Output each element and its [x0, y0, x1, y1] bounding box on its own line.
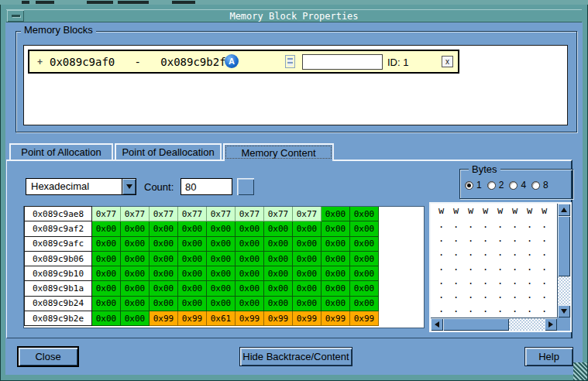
- memory-value-cell[interactable]: 0x00: [264, 266, 293, 281]
- memory-value-cell[interactable]: 0x00: [121, 297, 150, 311]
- address-cell[interactable]: 0x089c9ae8: [24, 206, 92, 221]
- address-cell[interactable]: 0x089c9b10: [24, 266, 92, 281]
- tab-memory-content[interactable]: Memory Content: [223, 143, 334, 161]
- memory-value-cell[interactable]: 0x00: [236, 297, 264, 311]
- block-label-input[interactable]: [302, 54, 383, 70]
- backtrace-icon[interactable]: [285, 55, 295, 68]
- ascii-content[interactable]: wwwwwwww................................…: [431, 204, 557, 318]
- bytes-radio-2[interactable]: 2: [487, 180, 504, 190]
- memory-value-cell[interactable]: 0x00: [293, 221, 322, 236]
- format-select[interactable]: Hexadecimal: [26, 178, 136, 195]
- memory-value-cell[interactable]: 0x00: [178, 237, 207, 252]
- remove-block-button[interactable]: x: [442, 56, 453, 67]
- memory-value-cell[interactable]: 0x00: [150, 281, 178, 296]
- memory-table-row[interactable]: 0x089c9af20x000x000x000x000x000x000x000x…: [24, 221, 424, 236]
- resize-grip[interactable]: [573, 362, 587, 380]
- memory-value-cell[interactable]: 0x00: [293, 237, 322, 252]
- memory-value-cell[interactable]: 0x61: [207, 311, 236, 326]
- memory-table[interactable]: 0x089c9ae80x770x770x770x770x770x770x770x…: [23, 206, 425, 328]
- memory-value-cell[interactable]: 0x00: [293, 281, 322, 296]
- memory-value-cell[interactable]: 0x99: [150, 311, 178, 326]
- format-select-arrow-button[interactable]: [122, 179, 136, 194]
- memory-value-cell[interactable]: 0x00: [322, 237, 350, 252]
- memory-value-cell[interactable]: 0x00: [322, 207, 350, 221]
- address-cell[interactable]: 0x089c9afc: [24, 236, 92, 252]
- memory-value-cell[interactable]: 0x00: [236, 221, 264, 236]
- memory-value-cell[interactable]: 0x00: [293, 252, 322, 266]
- memory-value-cell[interactable]: 0x00: [92, 252, 121, 266]
- memory-value-cell[interactable]: 0x77: [207, 207, 236, 221]
- horizontal-scrollbar-track[interactable]: [509, 318, 545, 331]
- memory-value-cell[interactable]: 0x00: [350, 207, 379, 221]
- memory-value-cell[interactable]: 0x00: [350, 297, 379, 311]
- address-cell[interactable]: 0x089c9af2: [24, 221, 92, 236]
- memory-value-cell[interactable]: 0x00: [350, 266, 379, 281]
- memory-value-cell[interactable]: 0x00: [350, 281, 379, 296]
- memory-value-cell[interactable]: 0x00: [92, 297, 121, 311]
- memory-value-cell[interactable]: 0x77: [150, 207, 178, 221]
- memory-value-cell[interactable]: 0x00: [92, 221, 121, 236]
- memory-value-cell[interactable]: 0x00: [264, 237, 293, 252]
- scroll-right-button[interactable]: [545, 318, 557, 331]
- bytes-radio-8[interactable]: 8: [531, 180, 548, 190]
- address-cell[interactable]: 0x089c9b06: [24, 251, 92, 266]
- memory-value-cell[interactable]: 0x77: [92, 207, 121, 221]
- memory-value-cell[interactable]: 0x00: [264, 281, 293, 296]
- memory-value-cell[interactable]: 0x77: [178, 207, 207, 221]
- memory-value-cell[interactable]: 0x00: [264, 252, 293, 266]
- memory-value-cell[interactable]: 0x99: [293, 311, 322, 326]
- memory-value-cell[interactable]: 0x00: [264, 297, 293, 311]
- scroll-left-button[interactable]: [431, 318, 443, 331]
- memory-value-cell[interactable]: 0x00: [322, 281, 350, 296]
- memory-table-row[interactable]: 0x089c9b060x000x000x000x000x000x000x000x…: [24, 252, 424, 266]
- help-button[interactable]: Help: [524, 347, 573, 366]
- hide-backtrace-content-button[interactable]: Hide Backtrace/Content: [239, 347, 352, 366]
- memory-value-cell[interactable]: 0x00: [178, 252, 207, 266]
- memory-value-cell[interactable]: 0x00: [121, 266, 150, 281]
- memory-value-cell[interactable]: 0x00: [178, 221, 207, 236]
- memory-value-cell[interactable]: 0x00: [150, 237, 178, 252]
- memory-table-row[interactable]: 0x089c9b2e0x000x000x990x990x610x990x990x…: [24, 311, 424, 326]
- tab-point-of-deallocation[interactable]: Point of Deallocation: [115, 143, 222, 160]
- memory-value-cell[interactable]: 0x00: [178, 281, 207, 296]
- memory-value-cell[interactable]: 0x99: [350, 311, 379, 326]
- memory-value-cell[interactable]: 0x00: [207, 266, 236, 281]
- address-cell[interactable]: 0x089c9b1a: [24, 280, 92, 296]
- memory-value-cell[interactable]: 0x00: [350, 237, 379, 252]
- memory-value-cell[interactable]: 0x99: [322, 311, 350, 326]
- memory-table-row[interactable]: 0x089c9b100x000x000x000x000x000x000x000x…: [24, 266, 424, 281]
- memory-table-row[interactable]: 0x089c9b240x000x000x000x000x000x000x000x…: [24, 297, 424, 311]
- memory-value-cell[interactable]: 0x00: [293, 297, 322, 311]
- radio-icon[interactable]: [487, 181, 496, 190]
- expander-icon[interactable]: +: [37, 57, 43, 67]
- memory-value-cell[interactable]: 0x00: [121, 281, 150, 296]
- memory-value-cell[interactable]: 0x00: [207, 281, 236, 296]
- bytes-radio-1[interactable]: 1: [465, 180, 482, 190]
- horizontal-scrollbar-thumb[interactable]: [443, 318, 509, 331]
- memory-value-cell[interactable]: 0x77: [264, 207, 293, 221]
- horizontal-scrollbar[interactable]: [431, 318, 557, 331]
- address-cell[interactable]: 0x089c9b24: [24, 296, 92, 311]
- memory-value-cell[interactable]: 0x00: [150, 252, 178, 266]
- radio-icon[interactable]: [531, 181, 540, 190]
- close-button[interactable]: Close: [17, 346, 79, 367]
- vertical-scrollbar-track[interactable]: [558, 276, 570, 305]
- memory-value-cell[interactable]: 0x00: [92, 281, 121, 296]
- count-input[interactable]: [181, 178, 232, 195]
- memory-value-cell[interactable]: 0x00: [322, 266, 350, 281]
- address-cell[interactable]: 0x089c9b2e: [24, 311, 92, 326]
- memory-value-cell[interactable]: 0x77: [236, 207, 264, 221]
- memory-value-cell[interactable]: 0x00: [236, 281, 264, 296]
- memory-value-cell[interactable]: 0x00: [207, 221, 236, 236]
- radio-icon[interactable]: [509, 181, 518, 190]
- memory-value-cell[interactable]: 0x00: [207, 237, 236, 252]
- title-bar[interactable]: Memory Block Properties: [6, 9, 582, 22]
- memory-value-cell[interactable]: 0x00: [207, 252, 236, 266]
- bytes-radio-4[interactable]: 4: [509, 180, 526, 190]
- vertical-scrollbar[interactable]: [557, 204, 570, 318]
- vertical-scrollbar-thumb[interactable]: [558, 216, 570, 276]
- memory-value-cell[interactable]: 0x00: [236, 266, 264, 281]
- memory-value-cell[interactable]: 0x00: [207, 297, 236, 311]
- memory-value-cell[interactable]: 0x99: [236, 311, 264, 326]
- memory-value-cell[interactable]: 0x00: [121, 221, 150, 236]
